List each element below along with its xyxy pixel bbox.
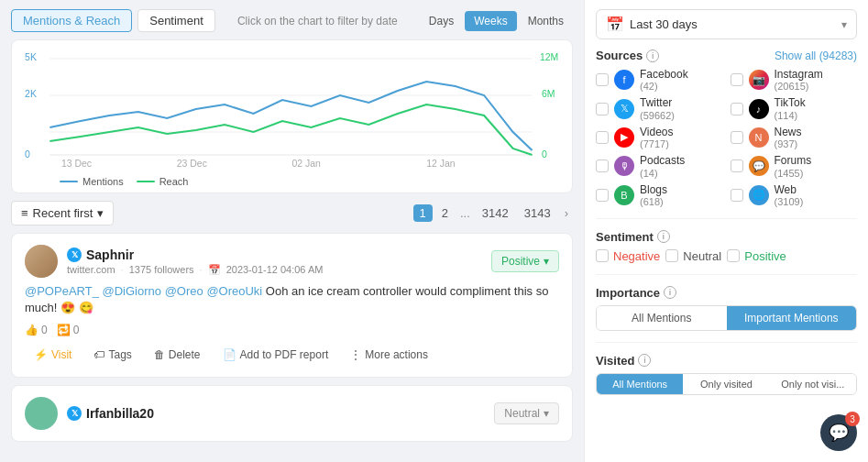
visited-title: Visited i [596, 354, 651, 368]
source-checkbox-news[interactable] [731, 131, 743, 144]
tags-button[interactable]: 🏷 Tags [84, 344, 140, 366]
delete-button[interactable]: 🗑 Delete [145, 344, 210, 366]
svg-text:2K: 2K [25, 89, 37, 99]
source-twitter: 𝕏 Twitter (59662) [596, 96, 723, 120]
show-all-sources[interactable]: Show all (94283) [775, 50, 857, 62]
visited-options: All Mentions Only visited Only not visi.… [596, 373, 857, 395]
visited-section: Visited i All Mentions Only visited Only… [596, 354, 857, 395]
post-source-1: twitter.com [67, 264, 115, 275]
visit-button[interactable]: ⚡ Visit [25, 344, 81, 366]
source-checkbox-instagram[interactable] [731, 73, 743, 86]
sources-title: Sources i [596, 49, 659, 62]
source-web: 🌐 Web (3109) [731, 183, 858, 207]
source-checkbox-forums[interactable] [731, 160, 743, 172]
sentiment-title: Sentiment i [596, 230, 670, 244]
time-days[interactable]: Days [420, 11, 463, 31]
pdf-icon: 📄 [223, 348, 236, 361]
date-filter[interactable]: 📅 Last 30 days ▾ [596, 9, 857, 39]
source-checkbox-tiktok[interactable] [731, 103, 743, 116]
post-stats-1: 👍 0 🔁 0 [25, 324, 559, 336]
source-icon-videos: ▶ [614, 127, 634, 148]
sentiment-badge-2[interactable]: Neutral ▾ [494, 402, 559, 424]
important-mentions-btn[interactable]: Important Mentions [727, 306, 857, 330]
visited-info[interactable]: i [638, 354, 651, 367]
sort-label: Recent first [33, 206, 93, 220]
importance-options: All Mentions Important Mentions [596, 305, 857, 331]
delete-icon: 🗑 [154, 348, 165, 361]
sort-button[interactable]: ≡ Recent first ▾ [11, 201, 114, 226]
page-dots: ... [457, 206, 473, 220]
post-text-1: @POPeART_ @DiGiorno @Oreo @OreoUki Ooh a… [25, 283, 559, 316]
source-facebook: f Facebook (42) [596, 68, 723, 92]
svg-text:5K: 5K [25, 52, 37, 62]
twitter-icon-2 [67, 406, 82, 421]
retweet-icon-1: 🔁 [57, 324, 71, 336]
source-checkbox-videos[interactable] [596, 131, 609, 144]
vis-all-btn[interactable]: All Mentions [597, 374, 683, 394]
post-author-2: Irfanbilla20 [86, 406, 154, 421]
source-news: N News (937) [731, 126, 858, 149]
sort-row: ≡ Recent first ▾ 1 2 ... 3142 3143 › [11, 201, 573, 226]
avatar-2 [25, 397, 58, 430]
post-card-1: Saphnir twitter.com · 1375 followers · 📅… [11, 233, 573, 378]
sentiment-negative[interactable]: Negative [596, 249, 660, 263]
avatar-1 [25, 245, 58, 278]
visit-icon: ⚡ [34, 348, 48, 361]
page-3143[interactable]: 3143 [518, 204, 557, 222]
sentiment-neutral[interactable]: Neutral [665, 249, 721, 263]
tab-mentions-reach[interactable]: Mentions & Reach [11, 9, 132, 32]
chat-bubble[interactable]: 💬 3 [820, 414, 857, 451]
post-date-1: 2023-01-12 04:06 AM [226, 264, 324, 275]
source-podcasts: 🎙 Podcasts (14) [596, 154, 723, 178]
sentiment-info[interactable]: i [657, 230, 670, 243]
chart-header: Mentions & Reach Sentiment Click on the … [11, 9, 573, 32]
source-icon-facebook: f [614, 70, 634, 90]
sources-section: Sources i Show all (94283) f Facebook (4… [596, 49, 857, 207]
pdf-button[interactable]: 📄 Add to PDF report [214, 344, 338, 366]
sources-info[interactable]: i [646, 50, 659, 62]
time-weeks[interactable]: Weeks [465, 11, 516, 31]
page-next[interactable]: › [560, 204, 573, 222]
importance-info[interactable]: i [664, 286, 676, 299]
source-icon-news: N [749, 127, 769, 148]
sentiment-label-2: Neutral [504, 407, 540, 420]
more-actions-button[interactable]: ⋮ More actions [341, 344, 437, 366]
vis-only-btn[interactable]: Only visited [683, 374, 769, 394]
page-1[interactable]: 1 [413, 204, 433, 222]
source-instagram: 📷 Instagram (20615) [731, 68, 858, 92]
sentiment-chevron-2: ▾ [544, 407, 549, 420]
source-checkbox-blogs[interactable] [596, 189, 609, 202]
importance-section: Importance i All Mentions Important Ment… [596, 286, 857, 331]
legend-reach: Reach [137, 176, 189, 187]
like-icon-1: 👍 [25, 324, 38, 336]
source-checkbox-web[interactable] [731, 189, 743, 202]
svg-text:0: 0 [25, 149, 30, 160]
page-2[interactable]: 2 [435, 204, 455, 222]
source-checkbox-podcasts[interactable] [596, 160, 609, 172]
page-3142[interactable]: 3142 [476, 204, 515, 222]
svg-text:0: 0 [542, 149, 547, 160]
source-icon-twitter: 𝕏 [614, 99, 634, 119]
time-months[interactable]: Months [519, 11, 573, 31]
post-followers-1: 1375 followers [129, 264, 194, 275]
sentiment-chevron-1: ▾ [544, 255, 549, 268]
sentiment-badge-1[interactable]: Positive ▾ [491, 250, 559, 272]
importance-title: Importance i [596, 286, 676, 300]
pagination: 1 2 ... 3142 3143 › [413, 204, 574, 222]
tab-sentiment[interactable]: Sentiment [137, 9, 215, 32]
vis-not-btn[interactable]: Only not visi... [770, 374, 856, 394]
sentiment-positive[interactable]: Positive [727, 249, 786, 263]
like-count-1: 0 [41, 324, 48, 336]
tag-icon: 🏷 [93, 348, 104, 361]
chart-legend: Mentions Reach [23, 176, 561, 187]
sentiment-section: Sentiment i Negative Neutral Positive [596, 230, 857, 263]
sort-icon: ≡ [21, 206, 28, 220]
date-filter-label: Last 30 days [630, 17, 836, 31]
chart-container: 5K 2K 0 12M 6M 0 13 Dec 23 Dec 02 Jan 12… [11, 39, 573, 193]
chart-svg[interactable]: 5K 2K 0 12M 6M 0 13 Dec 23 Dec 02 Jan 12… [23, 50, 561, 169]
source-forums: 💬 Forums (1455) [731, 154, 858, 178]
source-checkbox-twitter[interactable] [596, 103, 609, 116]
source-checkbox-facebook[interactable] [596, 73, 609, 86]
all-mentions-btn[interactable]: All Mentions [597, 306, 727, 330]
source-icon-instagram: 📷 [749, 70, 769, 90]
